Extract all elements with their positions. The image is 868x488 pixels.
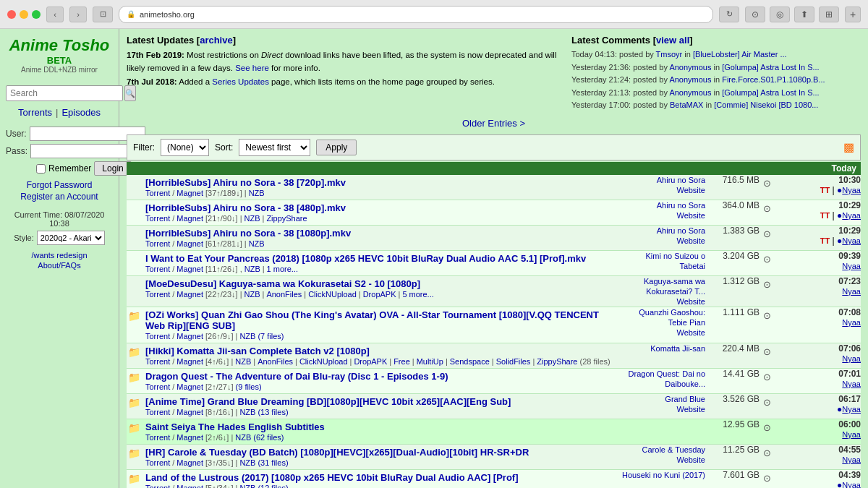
entry-title[interactable]: [OZi Works] Quan Zhi Gao Shou (The King'…	[145, 309, 599, 331]
browser-chrome: ‹ › ⊡ 🔒 animetosho.org ↻ ⊙ ◎ ⬆ ⊞ +	[0, 0, 868, 29]
user-row: User:	[6, 127, 113, 141]
logo-area: Anime Tosho BETA Anime DDL+NZB mirror	[9, 36, 110, 74]
older-entries-link[interactable]: Older Entries >	[462, 118, 525, 129]
entry-series[interactable]: Grand Blue	[665, 395, 705, 403]
entry-title[interactable]: [HR] Carole & Tuesday (BD Batch) [1080p]…	[145, 447, 529, 458]
entry-series[interactable]: Kimi no Suizou o Tabetai	[645, 252, 705, 270]
series-updates-link[interactable]: Series Updates	[212, 77, 269, 86]
entry-title[interactable]: Saint Seiya The Hades English Subtitles	[145, 421, 325, 432]
comment-1: Today 04:13: posted by Tmsoyr in [BlueLo…	[571, 48, 861, 61]
rss-icon[interactable]: ▩	[843, 140, 854, 154]
table-row: [MoeDesuDesu] Kaguya-sama wa Kokurasetai…	[127, 275, 861, 307]
entry-series[interactable]: Quanzhi Gaoshou: Tebie Pian	[639, 308, 705, 327]
archive-link[interactable]: archive	[200, 35, 233, 46]
table-row: [HorribleSubs] Ahiru no Sora - 38 [1080p…	[127, 225, 861, 250]
entry-meta: Torrent/Magnet [2↑/27↓] (9 files)	[141, 382, 618, 393]
entry-title[interactable]: Land of the Lustrous (2017) [1080p x265 …	[145, 472, 519, 483]
entry-series[interactable]: Houseki no Kuni (2017)	[622, 471, 705, 479]
entry-series[interactable]: Dragon Quest: Dai no Daibouke...	[629, 369, 705, 388]
entry-title[interactable]: [HorribleSubs] Ahiru no Sora - 38 [1080p…	[145, 228, 351, 239]
folder-icon: 📁	[128, 422, 140, 434]
maximize-button[interactable]	[32, 10, 41, 19]
traffic-lights	[7, 10, 41, 19]
style-label: Style:	[14, 234, 34, 242]
comment-5: Yesterday 17:00: posted by BetaMAX in [C…	[571, 99, 861, 112]
entry-meta: Torrent/Magnet [2↑/6↓] | NZB (62 files)	[141, 433, 618, 444]
sort-select[interactable]: Newest first Oldest first Largest first …	[239, 139, 310, 156]
sidebar-links: Forgot Password Register an Account	[20, 180, 98, 203]
new-tab-button[interactable]: +	[845, 7, 861, 22]
table-row: I Want to Eat Your Pancreas (2018) [1080…	[127, 250, 861, 275]
update-2: 7th Jul 2018: Added a Series Updates pag…	[127, 75, 557, 88]
clock-icon: ⊙	[763, 473, 771, 484]
reload-button[interactable]: ↻	[719, 7, 739, 22]
table-row: 📁 [Anime Time] Grand Blue Dreaming [BD][…	[127, 393, 861, 419]
latest-comments: Latest Comments [view all] Today 04:13: …	[571, 35, 861, 112]
user-label: User:	[6, 129, 27, 139]
table-row: [HorribleSubs] Ahiru no Sora - 38 [720p]…	[127, 175, 861, 200]
folder-icon: 📁	[128, 346, 140, 358]
entry-title[interactable]: [Hikki] Komatta Jii-san Complete Batch v…	[145, 346, 370, 356]
entry-series[interactable]: Ahiru no Sora	[657, 226, 705, 235]
wants-redesign-link[interactable]: /wants redesign	[31, 251, 87, 260]
see-here-link[interactable]: See here	[235, 64, 269, 72]
filter-select[interactable]: (None) 720p 1080p 480p	[161, 139, 209, 156]
table-row: 📁 [HR] Carole & Tuesday (BD Batch) [1080…	[127, 444, 861, 469]
about-faqs-link[interactable]: About/FAQs	[31, 261, 87, 270]
clock-icon: ⊙	[763, 254, 771, 265]
back-button[interactable]: ‹	[46, 7, 64, 22]
search-input[interactable]	[6, 85, 123, 101]
register-link[interactable]: Register an Account	[20, 192, 98, 202]
latest-updates: Latest Updates [archive] 17th Feb 2019: …	[127, 35, 557, 112]
pass-row: Pass:	[6, 144, 113, 158]
logo-sub: Anime DDL+NZB mirror	[9, 66, 110, 74]
entry-series[interactable]: Kaguya-sama wa Kokurasetai? T...	[644, 277, 705, 296]
current-time: Current Time: 08/07/2020 10:38	[6, 210, 113, 228]
share-button[interactable]: ⬆	[794, 7, 814, 22]
address-bar[interactable]: 🔒 animetosho.org	[119, 6, 713, 23]
entry-title[interactable]: I Want to Eat Your Pancreas (2018) [1080…	[145, 253, 586, 264]
update-1: 17th Feb 2019: Most restrictions on Dire…	[127, 48, 557, 75]
split-view-button[interactable]: ⊞	[819, 7, 839, 22]
apply-button[interactable]: Apply	[316, 140, 357, 155]
entry-meta: Torrent/Magnet [22↑/23↓] | NZB | AnonFil…	[141, 290, 618, 301]
close-button[interactable]	[7, 10, 16, 19]
folder-icon: 📁	[128, 310, 140, 322]
nav-torrents[interactable]: Torrents	[18, 107, 52, 118]
forgot-password-link[interactable]: Forgot Password	[20, 180, 98, 190]
remember-checkbox[interactable]	[36, 164, 46, 174]
remember-label: Remember	[48, 163, 91, 174]
rss-button[interactable]: ◎	[770, 7, 790, 22]
logo-beta: BETA	[9, 55, 110, 66]
clock-icon: ⊙	[763, 422, 771, 433]
style-select[interactable]: 2020q2 - Akari	[37, 231, 105, 245]
entry-size: 716.5 MB	[723, 175, 760, 185]
latest-updates-title: Latest Updates [archive]	[127, 35, 557, 46]
entry-title[interactable]: [MoeDesuDesu] Kaguya-sama wa Kokurasetai…	[145, 278, 420, 289]
table-row: [HorribleSubs] Ahiru no Sora - 38 [480p]…	[127, 200, 861, 225]
entry-title[interactable]: Dragon Quest - The Adventure of Dai Blu-…	[145, 371, 448, 382]
clock-icon: ⊙	[763, 178, 771, 189]
entry-series[interactable]: Komatta Jii-san	[650, 344, 705, 353]
view-all-link[interactable]: view all	[656, 35, 689, 46]
extensions-button[interactable]: ⊙	[745, 7, 765, 22]
latest-comments-title: Latest Comments [view all]	[571, 35, 861, 46]
entry-meta: Torrent/Magnet [61↑/281↓] | NZB	[141, 239, 618, 250]
entry-series[interactable]: Carole & Tuesday	[642, 445, 705, 454]
nav-episodes[interactable]: Episodes	[61, 107, 100, 118]
entry-series[interactable]: Ahiru no Sora	[657, 201, 705, 210]
search-form: 🔍	[6, 85, 113, 101]
main-content: Latest Updates [archive] 17th Feb 2019: …	[119, 29, 868, 488]
folder-icon: 📁	[128, 448, 140, 459]
entry-series[interactable]: Ahiru no Sora	[657, 176, 705, 184]
entry-meta: Torrent/Magnet [3↑/35↓] | NZB (31 files)	[141, 458, 618, 469]
table-row: 📁 [OZi Works] Quan Zhi Gao Shou (The Kin…	[127, 307, 861, 343]
entry-title[interactable]: [HorribleSubs] Ahiru no Sora - 38 [720p]…	[145, 177, 346, 188]
pass-label: Pass:	[6, 146, 27, 156]
entries-table: Today [HorribleSubs] Ahiru no Sora - 38 …	[127, 162, 861, 488]
entry-title[interactable]: [Anime Time] Grand Blue Dreaming [BD][10…	[145, 396, 511, 407]
minimize-button[interactable]	[20, 10, 28, 19]
forward-button[interactable]: ›	[69, 7, 87, 22]
tab-overview-button[interactable]: ⊡	[93, 7, 113, 22]
entry-title[interactable]: [HorribleSubs] Ahiru no Sora - 38 [480p]…	[145, 202, 346, 213]
